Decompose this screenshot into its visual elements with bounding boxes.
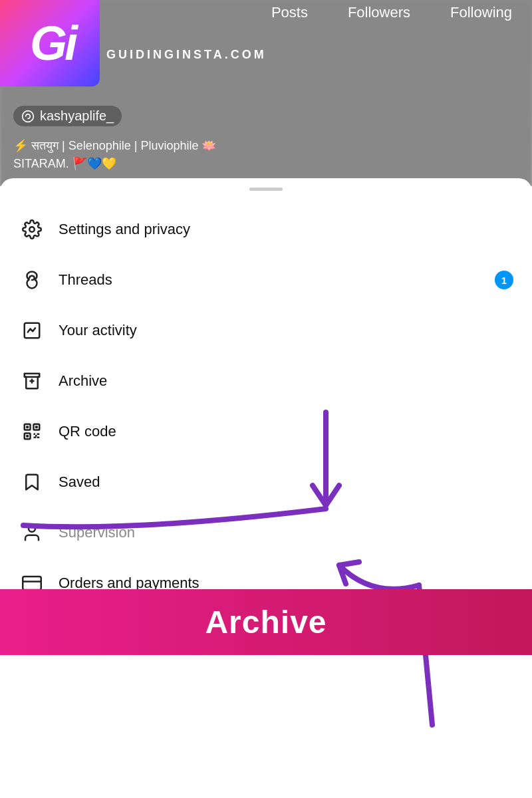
profile-header: Gi GUIDINGINSTA.COM Posts Followers Foll… [0,0,532,186]
svg-rect-9 [23,577,41,590]
svg-point-8 [29,525,35,532]
bio-line1: ⚡ सतयुग | Selenophile | Pluviophile 🪷 [13,137,217,155]
supervision-label: Supervision [59,524,135,541]
qr-icon [19,418,45,445]
svg-rect-5 [26,426,29,428]
profile-username[interactable]: kashyaplife_ [13,106,122,126]
site-url: GUIDINGINSTA.COM [106,48,267,62]
menu-item-settings[interactable]: Settings and privacy [0,204,532,255]
qrcode-label: QR code [59,423,116,440]
saved-label: Saved [59,473,100,491]
threads-badge: 1 [495,271,513,289]
stats-row: Posts Followers Following [251,0,532,25]
bottom-sheet: Settings and privacy Threads 1 Your acti… [0,178,532,798]
menu-item-activity[interactable]: Your activity [0,305,532,356]
archive-icon [19,368,45,394]
posts-stat[interactable]: Posts [251,0,328,25]
gi-logo: Gi [0,0,100,86]
svg-point-0 [29,227,35,232]
svg-rect-7 [26,435,29,438]
archive-banner: Archive [0,589,532,655]
bookmark-icon [19,469,45,495]
menu-item-saved[interactable]: Saved [0,457,532,507]
profile-bio: ⚡ सतयुग | Selenophile | Pluviophile 🪷 SI… [13,137,217,173]
menu-item-supervision[interactable]: Supervision [0,507,532,558]
svg-rect-6 [35,426,38,428]
drag-handle[interactable] [249,188,283,191]
activity-icon [19,317,45,344]
menu-item-qrcode[interactable]: QR code [0,406,532,457]
gear-icon [19,216,45,243]
archive-label: Archive [59,372,107,390]
activity-label: Your activity [59,322,137,339]
threads-label: Threads [59,271,112,289]
menu-item-archive[interactable]: Archive [0,356,532,406]
threads-small-icon [21,110,35,123]
settings-label: Settings and privacy [59,221,190,238]
gi-logo-text: Gi [25,19,75,67]
bio-line2: SITARAM. 🚩💙💛 [13,155,217,173]
threads-icon [19,267,45,293]
following-stat[interactable]: Following [430,0,532,25]
menu-item-threads[interactable]: Threads 1 [0,255,532,305]
followers-stat[interactable]: Followers [328,0,430,25]
username-text: kashyaplife_ [40,108,114,124]
archive-banner-text: Archive [205,604,327,640]
supervision-icon [19,519,45,546]
